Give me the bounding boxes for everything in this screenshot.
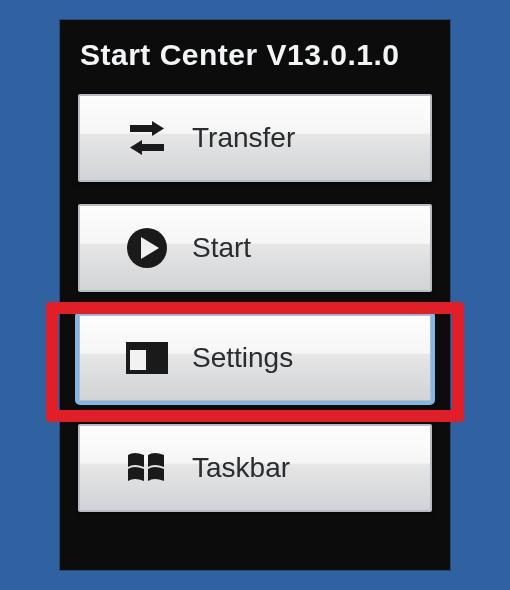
- transfer-icon: [124, 115, 170, 161]
- start-button[interactable]: Start: [78, 204, 432, 292]
- page-title: Start Center V13.0.1.0: [60, 20, 450, 94]
- svg-rect-7: [130, 350, 146, 370]
- svg-rect-2: [142, 144, 164, 151]
- svg-marker-1: [152, 121, 164, 136]
- play-icon: [124, 225, 170, 271]
- settings-button[interactable]: Settings: [78, 314, 432, 402]
- settings-label: Settings: [192, 342, 293, 374]
- transfer-button[interactable]: Transfer: [78, 94, 432, 182]
- start-center-panel: Start Center V13.0.1.0 Transfer: [60, 20, 450, 570]
- start-label: Start: [192, 232, 251, 264]
- taskbar-label: Taskbar: [192, 452, 290, 484]
- svg-marker-3: [130, 140, 142, 155]
- button-list: Transfer Start Settings: [60, 94, 450, 512]
- transfer-label: Transfer: [192, 122, 295, 154]
- settings-icon: [124, 335, 170, 381]
- taskbar-button[interactable]: Taskbar: [78, 424, 432, 512]
- svg-rect-0: [130, 125, 152, 132]
- windows-icon: [124, 445, 170, 491]
